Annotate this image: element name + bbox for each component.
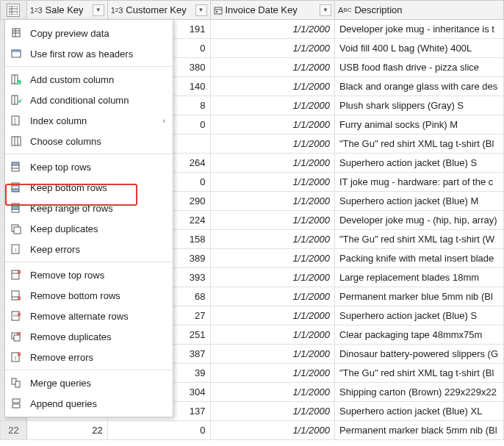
cell-invoice-date[interactable]: 1/1/2000 — [210, 306, 334, 325]
keep-errors-icon: ! — [10, 242, 23, 256]
cell-description[interactable]: Furry animal socks (Pink) M — [334, 115, 503, 134]
menu-index-column[interactable]: 12 Index column › — [5, 110, 173, 131]
cell-invoice-date[interactable]: 1/1/2000 — [210, 77, 334, 96]
cell-invoice-date[interactable]: 1/1/2000 — [210, 249, 334, 268]
cell-description[interactable]: "The Gu" red shirt XML tag t-shirt (W — [334, 230, 503, 249]
col-header-invoice-date[interactable]: Invoice Date Key ▼ — [210, 1, 334, 20]
filter-dropdown-icon[interactable]: ▼ — [320, 4, 331, 16]
menu-append-queries[interactable]: Append queries — [5, 393, 173, 414]
cell-sale-key[interactable]: 22 — [26, 421, 107, 440]
cell-description[interactable]: Clear packaging tape 48mmx75m — [334, 325, 503, 345]
cell-description[interactable]: Superhero action jacket (Blue) XL — [334, 402, 503, 421]
menu-remove-alternate-rows[interactable]: Remove alternate rows — [5, 306, 173, 326]
menu-add-custom-column[interactable]: + Add custom column — [5, 69, 173, 90]
cell-invoice-date[interactable]: 1/1/2000 — [210, 115, 334, 134]
table-options-icon[interactable] — [7, 4, 20, 17]
cell-description[interactable]: Large replacement blades 18mm — [334, 268, 503, 287]
menu-separator — [5, 154, 173, 154]
remove-duplicates-icon — [10, 330, 23, 343]
cell-invoice-date[interactable]: 1/1/2000 — [210, 211, 334, 230]
svg-rect-63 — [12, 399, 20, 403]
cell-invoice-date[interactable]: 1/1/2000 — [210, 364, 334, 383]
filter-dropdown-icon[interactable]: ▼ — [195, 4, 207, 16]
cell-invoice-date[interactable]: 1/1/2000 — [210, 192, 334, 211]
svg-rect-6 — [216, 11, 217, 12]
svg-rect-41 — [12, 270, 19, 279]
svg-rect-25 — [12, 162, 19, 165]
menu-merge-queries[interactable]: Merge queries — [5, 373, 173, 393]
menu-copy-preview[interactable]: Copy preview data — [5, 23, 173, 43]
menu-remove-top-rows[interactable]: Remove top rows — [5, 265, 173, 285]
date-type-icon — [214, 6, 223, 15]
menu-first-row-headers[interactable]: Use first row as headers — [5, 43, 173, 64]
cell-invoice-date[interactable]: 1/1/2000 — [210, 39, 334, 58]
cell-description[interactable]: Packing knife with metal insert blade — [334, 249, 503, 268]
cell-invoice-date[interactable]: 1/1/2000 — [210, 325, 334, 345]
cell-description[interactable]: Superhero action jacket (Blue) S — [334, 306, 503, 325]
cell-invoice-date[interactable]: 1/1/2000 — [210, 58, 334, 77]
cell-description[interactable]: Permanent marker black 5mm nib (Bl — [334, 421, 503, 440]
cell-invoice-date[interactable]: 1/1/2000 — [210, 173, 334, 192]
cell-customer-key[interactable]: 0 — [107, 421, 210, 440]
cell-invoice-date[interactable]: 1/1/2000 — [210, 96, 334, 115]
menu-remove-errors[interactable]: ! Remove errors — [5, 347, 173, 367]
cell-description[interactable]: "The Gu" red shirt XML tag t-shirt (Bl — [334, 134, 503, 154]
cell-invoice-date[interactable]: 1/1/2000 — [210, 287, 334, 306]
cell-description[interactable]: Void fill 400 L bag (White) 400L — [334, 39, 503, 58]
cell-description[interactable]: Superhero action jacket (Blue) S — [334, 154, 503, 173]
cell-description[interactable]: Developer joke mug - inheritance is t — [334, 20, 503, 39]
menu-choose-columns[interactable]: Choose columns — [5, 131, 173, 151]
cell-invoice-date[interactable]: 1/1/2000 — [210, 402, 334, 421]
menu-remove-bottom-rows[interactable]: Remove bottom rows — [5, 285, 173, 306]
svg-text:2: 2 — [14, 121, 16, 125]
keep-bottom-icon — [10, 181, 23, 194]
keep-range-icon — [10, 201, 23, 215]
number-type-icon: 123 — [111, 6, 123, 15]
svg-rect-45 — [12, 291, 19, 300]
menu-remove-duplicates[interactable]: Remove duplicates — [5, 326, 173, 347]
remove-errors-icon: ! — [10, 350, 23, 364]
table-menu-header[interactable] — [1, 1, 27, 20]
svg-rect-22 — [12, 137, 21, 145]
menu-add-conditional-column[interactable]: Add conditional column — [5, 90, 173, 110]
svg-rect-29 — [12, 189, 19, 192]
col-header-sale-key[interactable]: 123 Sale Key ▼ — [26, 1, 107, 20]
cell-invoice-date[interactable]: 1/1/2000 — [210, 20, 334, 39]
cell-description[interactable]: USB food flash drive - pizza slice — [334, 58, 503, 77]
row-number[interactable]: 22 — [1, 421, 27, 440]
svg-rect-62 — [15, 381, 20, 387]
table-context-menu: Copy preview data Use first row as heade… — [4, 19, 173, 417]
table-row[interactable]: 222201/1/2000Permanent marker black 5mm … — [1, 421, 504, 440]
filter-dropdown-icon[interactable]: ▼ — [93, 4, 104, 16]
cell-description[interactable]: Shipping carton (Brown) 229x229x22 — [334, 383, 503, 402]
cell-invoice-date[interactable]: 1/1/2000 — [210, 134, 334, 154]
menu-keep-errors[interactable]: ! Keep errors — [5, 239, 173, 259]
col-header-description[interactable]: ABC Description — [334, 1, 503, 20]
cell-description[interactable]: IT joke mug - hardware: part of the c — [334, 173, 503, 192]
cell-description[interactable]: Developer joke mug - (hip, hip, array) — [334, 211, 503, 230]
add-column-icon: + — [10, 73, 23, 86]
cell-invoice-date[interactable]: 1/1/2000 — [210, 345, 334, 364]
col-label: Description — [354, 4, 500, 15]
cell-description[interactable]: Dinosaur battery-powered slippers (G — [334, 345, 503, 364]
cell-invoice-date[interactable]: 1/1/2000 — [210, 421, 334, 440]
menu-keep-bottom-rows[interactable]: Keep bottom rows — [5, 177, 173, 198]
svg-rect-33 — [12, 206, 19, 209]
svg-text:+: + — [18, 80, 21, 84]
col-header-customer-key[interactable]: 123 Customer Key ▼ — [107, 1, 210, 20]
merge-icon — [10, 376, 23, 389]
cell-description[interactable]: Black and orange glass with care des — [334, 77, 503, 96]
cell-invoice-date[interactable]: 1/1/2000 — [210, 154, 334, 173]
menu-keep-top-rows[interactable]: Keep top rows — [5, 157, 173, 177]
cell-description[interactable]: Permanent marker blue 5mm nib (Bl — [334, 287, 503, 306]
cell-invoice-date[interactable]: 1/1/2000 — [210, 230, 334, 249]
menu-keep-duplicates[interactable]: Keep duplicates — [5, 218, 173, 239]
cell-invoice-date[interactable]: 1/1/2000 — [210, 268, 334, 287]
append-icon — [10, 397, 23, 410]
cell-description[interactable]: Superhero action jacket (Blue) M — [334, 192, 503, 211]
cell-description[interactable]: "The Gu" red shirt XML tag t-shirt (Bl — [334, 364, 503, 383]
remove-alternate-icon — [10, 309, 23, 323]
menu-keep-range-rows[interactable]: Keep range of rows — [5, 198, 173, 218]
cell-description[interactable]: Plush shark slippers (Gray) S — [334, 96, 503, 115]
cell-invoice-date[interactable]: 1/1/2000 — [210, 383, 334, 402]
